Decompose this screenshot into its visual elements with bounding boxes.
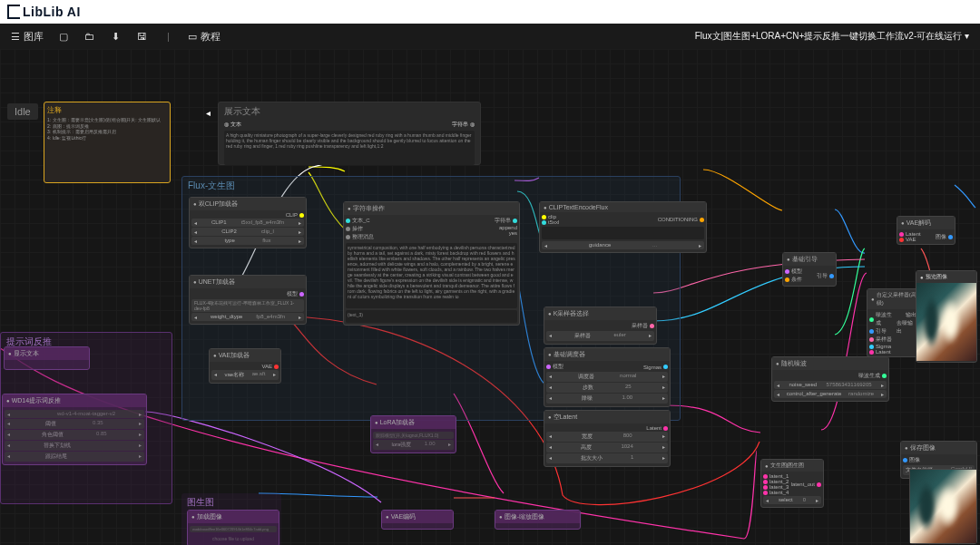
field-type[interactable]: typeflux — [191, 237, 304, 245]
socket-guide-out[interactable]: 引导 — [817, 268, 834, 284]
node-title: 基础引导 — [783, 253, 836, 266]
socket-latent-out[interactable]: Latent — [546, 425, 668, 431]
node-basic-guide[interactable]: 基础引导 模型 条件 引导 — [782, 252, 837, 287]
socket-sigmas-out[interactable]: Sigmas — [643, 363, 668, 371]
node-refl-wd14[interactable]: WD14提示词反推 wd-v1-4-moat-tagger-v2 阈值0.35 … — [2, 394, 147, 465]
field-lora-name[interactable]: 跟踪模型(开,关lognot,FLUX1.0) — [373, 432, 454, 439]
node-random-noise[interactable]: 随机噪波 噪波生成 noise_seed575863431169205 cont… — [771, 356, 889, 402]
display-text-value: A high quality miniature photograph of a… — [224, 131, 475, 165]
socket-latent-in[interactable]: Latent — [869, 349, 897, 355]
node-scheduler[interactable]: 基础调度器 模型 Sigmas 调度器normal 步数25 降噪1.00 — [544, 347, 671, 407]
socket-model-in[interactable]: 模型 — [785, 268, 802, 276]
socket-clip-out[interactable]: CLIP — [191, 212, 304, 218]
socket-clean[interactable]: 整理消息 — [346, 233, 374, 241]
socket-l4[interactable]: latent_4 — [763, 490, 789, 495]
field-clip1[interactable]: CLIP1t5xxl_fp8_e4m3fn — [191, 219, 304, 227]
socket-latent-out[interactable]: latent_out — [791, 473, 821, 495]
node-title: 字符串操作 — [344, 202, 519, 215]
socket-cond-out[interactable]: CONDITIONING — [658, 214, 704, 225]
field-guidance[interactable]: guidance... — [542, 241, 704, 249]
node-unet-loader[interactable]: UNET加载器 模型 FLUX-4敬布花残可运行-墨暗森林工作室_FLUX 1-… — [189, 275, 307, 325]
socket-guide-in[interactable]: 引导 — [869, 327, 897, 336]
field-clip2[interactable]: CLIP2clip_l — [191, 228, 304, 236]
new-file-icon[interactable]: ▢ — [56, 30, 70, 44]
field-control[interactable]: control_after_generaterandomize — [774, 390, 887, 398]
field-lora-strength[interactable]: lora强度1.00 — [373, 440, 454, 450]
socket-model-out[interactable]: 模型 — [191, 290, 304, 298]
node-latent-switch[interactable]: 文生图|图生图 latent_1 latent_2 latent_3 laten… — [760, 459, 824, 508]
text-box[interactable] — [542, 227, 704, 239]
save-icon[interactable]: 🖫 — [135, 30, 149, 44]
node-title: VAE解码 — [897, 217, 955, 229]
node-title: 加载图像 — [188, 511, 279, 523]
field-seed[interactable]: noise_seed575863431169205 — [774, 381, 887, 389]
node-preview-1[interactable]: 预览图像 — [916, 270, 977, 363]
node-title: 保存图像 — [901, 442, 976, 454]
node-vae-loader[interactable]: VAE加载器 VAE vae名称ae.sft — [209, 348, 281, 384]
node-cliptextencode[interactable]: CLIPTextEncodeFlux clip t5xxl CONDITIONI… — [539, 201, 707, 253]
node-vae-encode[interactable]: VAE编码 — [381, 510, 454, 530]
download-icon[interactable]: ⬇ — [109, 30, 122, 44]
field-batch[interactable]: 批次大小1 — [546, 453, 668, 463]
socket-cond-in[interactable]: 条件 — [785, 276, 802, 284]
field-height[interactable]: 高度1024 — [546, 443, 668, 453]
socket-sampler-in[interactable]: 采样器 — [869, 336, 897, 344]
socket-text-c[interactable]: 文本_C — [346, 217, 374, 225]
node-title: 基础调度器 — [544, 348, 670, 361]
text3-textbox[interactable]: (text_3) — [346, 310, 517, 323]
socket-noise-in[interactable]: 噪波生成 — [869, 311, 897, 327]
node-image-scale[interactable]: 图像-缩放图像 — [495, 510, 581, 530]
field-image-path[interactable]: woddoood8ee16e060720914b1e804c7add.png — [190, 526, 277, 532]
socket-sampler-out[interactable]: 采样器 — [546, 322, 654, 330]
field-replace[interactable]: 替换下划线 — [5, 441, 144, 451]
node-canvas[interactable]: Idle 注释 1: 文生图：需要示意(文生图)使(组合图)开关: 文生图默认 … — [0, 49, 980, 545]
node-clip-loader[interactable]: 双CLIP加载器 CLIP CLIP1t5xxl_fp8_e4m3fn CLIP… — [189, 197, 307, 248]
node-lora-loader[interactable]: LoRA加载器 跟踪模型(开,关lognot,FLUX1.0) lora强度1.… — [370, 415, 456, 453]
field-unet-name[interactable]: FLUX-4敬布花残可运行-墨暗森林工作室_FLUX 1-dev-fp8 — [191, 299, 304, 312]
group-display-text[interactable]: 展示文本 ◍ 文本 字符串 ◍ A high quality miniature… — [218, 102, 481, 165]
prompt-textbox[interactable]: symmetrical composition, with one half e… — [346, 243, 517, 308]
group-flux-title: Flux-文生图 — [182, 177, 680, 195]
field-denoise[interactable]: 降噪1.00 — [546, 394, 668, 404]
socket-vae-out[interactable]: VAE — [211, 364, 279, 369]
node-preview-2[interactable] — [909, 469, 977, 544]
field-select[interactable]: select0 — [763, 496, 821, 504]
workflow-title-dropdown[interactable]: Flux文|图生图+LORA+CN+提示反推一键切换工作流v2-可在线运行 ▾ — [695, 30, 969, 43]
socket-image-out[interactable]: 图像 — [936, 231, 953, 242]
node-empty-latent[interactable]: 空Latent Latent 宽度800 高度1024 批次大小1 — [544, 410, 671, 467]
node-refl-display[interactable]: 显示文本 — [4, 346, 90, 370]
socket-image-in[interactable]: 图像 — [903, 456, 975, 464]
field-vae-name[interactable]: vae名称ae.sft — [211, 370, 279, 380]
node-ksampler-select[interactable]: K采样器选择 采样器 采样器euler — [544, 307, 657, 345]
folder-icon[interactable]: 🗀 — [83, 30, 96, 44]
field-steps[interactable]: 步数25 — [546, 383, 668, 393]
socket-model-in[interactable]: 模型 — [546, 363, 564, 371]
node-vae-decode[interactable]: VAE解码 Latent VAE 图像 — [897, 216, 956, 245]
upload-hint[interactable]: choose file to upload — [190, 533, 277, 544]
field-trail[interactable]: 跟踪结尾 — [5, 452, 144, 462]
node-load-image[interactable]: 加载图像 woddoood8ee16e060720914b1e804c7add.… — [187, 510, 279, 545]
notes-panel[interactable]: 注释 1: 文生图：需要示意(文生图)使(组合图)开关: 文生图默认 2: 底图… — [44, 102, 171, 183]
socket-noise-out[interactable]: 噪波生成 — [774, 372, 887, 380]
socket-text: ◍ 文本 — [224, 121, 241, 129]
node-title: 预览图像 — [916, 271, 976, 283]
node-string-op[interactable]: 字符串操作 文本_C 操作 整理消息 字符串 append yes symmet… — [343, 201, 520, 326]
field-model[interactable]: wd-v1-4-moat-tagger-v2 — [5, 410, 144, 418]
gallery-button[interactable]: ☰ 图库 — [11, 30, 44, 44]
tutorial-label: 教程 — [201, 30, 220, 44]
gallery-label: 图库 — [24, 30, 44, 44]
status-idle: Idle — [7, 103, 38, 120]
field-threshold[interactable]: 阈值0.35 — [5, 419, 144, 429]
field-sampler[interactable]: 采样器euler — [546, 331, 654, 341]
field-char-threshold[interactable]: 角色阈值0.85 — [5, 430, 144, 440]
node-title: WD14提示词反推 — [3, 394, 146, 407]
tutorial-button[interactable]: ▭ 教程 — [188, 30, 220, 44]
socket-t5xxl-in[interactable]: t5xxl — [542, 219, 559, 225]
socket-op[interactable]: 操作 — [346, 225, 374, 233]
socket-vae-in[interactable]: VAE — [899, 237, 921, 242]
field-width[interactable]: 宽度800 — [546, 432, 668, 442]
field-scheduler[interactable]: 调度器normal — [546, 372, 668, 382]
socket-string-out[interactable]: 字符串 — [495, 217, 517, 225]
group-img-title: 图生图 — [181, 493, 281, 511]
field-weight-dtype[interactable]: weight_dtypefp8_e4m3fn — [191, 313, 304, 321]
